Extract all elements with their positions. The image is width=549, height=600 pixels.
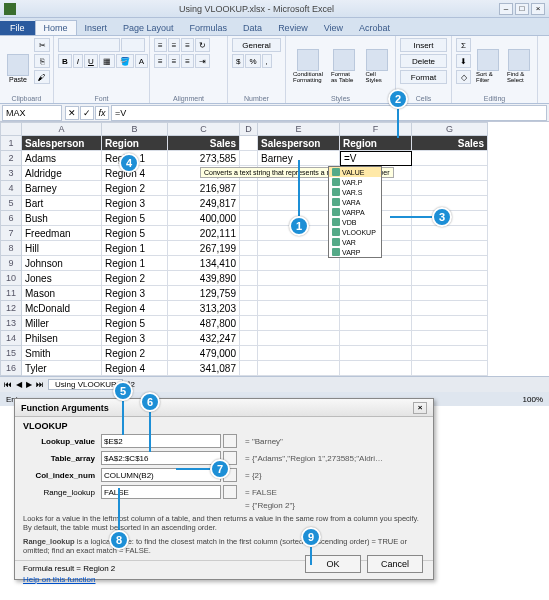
cell[interactable] (240, 226, 258, 241)
row-header[interactable]: 8 (0, 241, 22, 256)
insert-cells-button[interactable]: Insert (400, 38, 447, 52)
cell[interactable] (258, 316, 340, 331)
cell[interactable] (258, 301, 340, 316)
cell[interactable]: Region (102, 136, 168, 151)
tab-formulas[interactable]: Formulas (182, 21, 236, 35)
cell[interactable]: Sales (412, 136, 488, 151)
find-select-button[interactable]: Find & Select (504, 38, 533, 86)
cell[interactable]: 487,800 (168, 316, 240, 331)
cell[interactable]: Region 4 (102, 301, 168, 316)
cell[interactable]: Region 1 (102, 256, 168, 271)
cell[interactable]: Region 2 (102, 181, 168, 196)
align-left-button[interactable]: ≡ (154, 54, 167, 68)
col-header-C[interactable]: C (168, 122, 240, 136)
cell[interactable]: 267,199 (168, 241, 240, 256)
ac-item[interactable]: VAR (329, 237, 381, 247)
cell[interactable]: 273,585 (168, 151, 240, 166)
cell[interactable] (240, 151, 258, 166)
cell[interactable] (258, 346, 340, 361)
cell[interactable] (240, 256, 258, 271)
arg-input-lookup-value[interactable]: $E$2 (101, 434, 221, 448)
nav-prev-icon[interactable]: ◀ (16, 380, 22, 389)
cell[interactable]: Freedman (22, 226, 102, 241)
cell[interactable] (240, 316, 258, 331)
row-header[interactable]: 15 (0, 346, 22, 361)
paste-button[interactable]: Paste (4, 38, 32, 86)
name-box[interactable]: MAX (2, 105, 62, 121)
tab-page-layout[interactable]: Page Layout (115, 21, 182, 35)
col-header-B[interactable]: B (102, 122, 168, 136)
cell[interactable]: 129,759 (168, 286, 240, 301)
autocomplete-list[interactable]: VALUE VAR.P VAR.S VARA VARPA VDB VLOOKUP… (328, 166, 382, 258)
cell[interactable] (340, 331, 412, 346)
cell[interactable] (412, 346, 488, 361)
col-header-F[interactable]: F (340, 122, 412, 136)
col-header-G[interactable]: G (412, 122, 488, 136)
collapse-dialog-button[interactable] (223, 485, 237, 499)
cell[interactable] (240, 271, 258, 286)
nav-next-icon[interactable]: ▶ (26, 380, 32, 389)
cell[interactable] (340, 271, 412, 286)
sort-filter-button[interactable]: Sort & Filter (473, 38, 502, 86)
cell[interactable]: Salesperson (258, 136, 340, 151)
orientation-button[interactable]: ↻ (195, 38, 210, 52)
cell[interactable]: Smith (22, 346, 102, 361)
fill-color-button[interactable]: 🪣 (116, 54, 134, 68)
cell[interactable] (412, 256, 488, 271)
align-bottom-button[interactable]: ≡ (181, 38, 194, 52)
cell[interactable] (240, 346, 258, 361)
row-header[interactable]: 1 (0, 136, 22, 151)
font-size-select[interactable] (121, 38, 145, 52)
cell[interactable] (240, 361, 258, 376)
file-tab[interactable]: File (0, 21, 35, 35)
number-format-select[interactable]: General (232, 38, 281, 52)
cell[interactable]: Region 3 (102, 331, 168, 346)
row-header[interactable]: 14 (0, 331, 22, 346)
bold-button[interactable]: B (58, 54, 72, 68)
cell[interactable]: Johnson (22, 256, 102, 271)
delete-cells-button[interactable]: Delete (400, 54, 447, 68)
cell[interactable] (340, 301, 412, 316)
cell[interactable] (412, 226, 488, 241)
format-as-table-button[interactable]: Format as Table (328, 38, 360, 86)
cell[interactable] (258, 256, 340, 271)
cell[interactable] (240, 196, 258, 211)
cell[interactable] (240, 331, 258, 346)
cell[interactable] (412, 361, 488, 376)
col-header-D[interactable]: D (240, 122, 258, 136)
cell[interactable]: 134,410 (168, 256, 240, 271)
col-header-A[interactable]: A (22, 122, 102, 136)
help-link[interactable]: Help on this function (23, 575, 425, 584)
arg-input-col-index[interactable]: COLUMN(B2) (101, 468, 221, 482)
cell[interactable] (240, 241, 258, 256)
cell[interactable]: 341,087 (168, 361, 240, 376)
accept-formula-button[interactable]: ✓ (80, 106, 94, 120)
cell[interactable] (240, 301, 258, 316)
row-header[interactable]: 4 (0, 181, 22, 196)
maximize-button[interactable]: □ (515, 3, 529, 15)
cell[interactable]: Aldridge (22, 166, 102, 181)
cell[interactable]: Salesperson (22, 136, 102, 151)
tab-home[interactable]: Home (35, 20, 77, 35)
cell[interactable] (340, 361, 412, 376)
cell[interactable] (258, 271, 340, 286)
collapse-dialog-button[interactable] (223, 434, 237, 448)
row-header[interactable]: 12 (0, 301, 22, 316)
border-button[interactable]: ▦ (99, 54, 115, 68)
row-header[interactable]: 3 (0, 166, 22, 181)
cell[interactable] (412, 271, 488, 286)
cell[interactable] (412, 196, 488, 211)
cell[interactable]: Jones (22, 271, 102, 286)
ac-item[interactable]: VARP (329, 247, 381, 257)
ac-item[interactable]: VALUE (329, 167, 381, 177)
cell[interactable]: 202,111 (168, 226, 240, 241)
cell[interactable]: Region 3 (102, 196, 168, 211)
tab-view[interactable]: View (316, 21, 351, 35)
cell[interactable] (340, 286, 412, 301)
cell[interactable] (412, 151, 488, 166)
worksheet-grid[interactable]: A B C D E F G 1 Salesperson Region Sales… (0, 122, 549, 376)
cell[interactable] (412, 241, 488, 256)
cell[interactable]: Region 4 (102, 361, 168, 376)
cell[interactable]: Region 5 (102, 316, 168, 331)
cell[interactable]: 216,987 (168, 181, 240, 196)
